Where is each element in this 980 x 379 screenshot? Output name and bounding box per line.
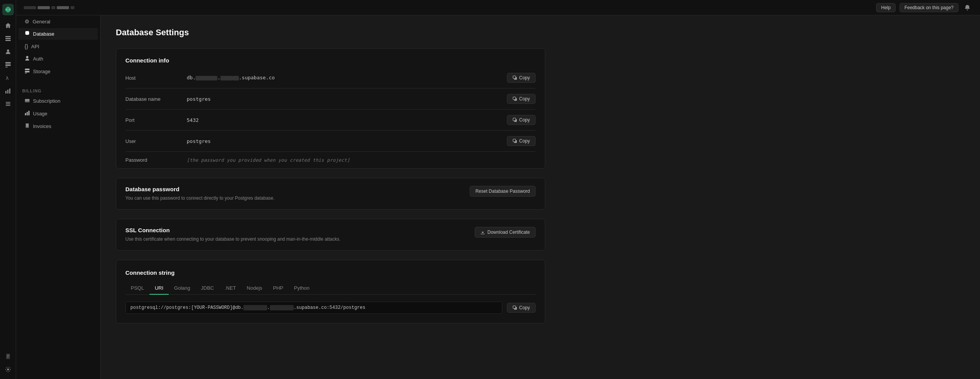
page-title: Database Settings [116, 28, 545, 38]
connection-string-copy-button[interactable]: Copy [507, 303, 536, 313]
db-name-label: Database name [125, 96, 187, 102]
download-certificate-button[interactable]: Download Certificate [475, 227, 536, 238]
svg-rect-0 [5, 36, 11, 37]
download-icon [480, 230, 485, 235]
svg-rect-10 [9, 89, 10, 94]
nav-logs-icon[interactable] [2, 98, 14, 110]
connection-string-row: postgresql://postgres:[YOUR-PASSWORD]@db… [125, 302, 536, 314]
subscription-icon [25, 98, 30, 104]
breadcrumb-dot-5 [71, 6, 74, 9]
copy-icon [513, 75, 517, 80]
port-copy-button[interactable]: Copy [507, 115, 536, 125]
svg-rect-1 [5, 38, 11, 39]
nav-settings-icon[interactable] [2, 364, 14, 375]
svg-rect-15 [7, 356, 9, 356]
svg-rect-21 [25, 73, 27, 74]
svg-rect-27 [26, 125, 28, 125]
tab-jdbc[interactable]: JDBC [196, 282, 219, 295]
password-block-header: Database password You can use this passw… [125, 186, 536, 202]
password-block-info: Database password You can use this passw… [125, 186, 275, 202]
help-button[interactable]: Help [876, 3, 896, 12]
app-logo[interactable] [2, 4, 14, 15]
svg-rect-32 [513, 97, 516, 100]
tab-uri[interactable]: URI [150, 282, 169, 295]
topbar: Help Feedback on this page? [16, 0, 980, 15]
nav-functions-icon[interactable]: λ [2, 72, 14, 84]
password-value: [the password you provided when you crea… [187, 158, 536, 163]
svg-rect-13 [6, 105, 10, 106]
svg-rect-22 [25, 99, 30, 102]
database-icon [25, 31, 30, 37]
svg-rect-36 [513, 139, 516, 142]
ssl-block-desc: Use this certificate when connecting to … [125, 236, 340, 243]
breadcrumb-dot-2 [38, 6, 50, 9]
user-copy-button[interactable]: Copy [507, 136, 536, 146]
password-row: Password [the password you provided when… [125, 152, 536, 168]
svg-rect-16 [7, 357, 8, 358]
sidebar-item-database[interactable]: Database [18, 28, 98, 40]
svg-rect-34 [513, 118, 516, 121]
svg-rect-25 [27, 112, 28, 115]
sidebar-item-api[interactable]: {} API [18, 41, 98, 52]
svg-point-3 [7, 49, 9, 52]
ssl-block-header: SSL Connection Use this certificate when… [125, 227, 536, 243]
svg-rect-4 [5, 62, 11, 64]
api-icon: {} [25, 43, 28, 49]
host-row: Host db.████████.██████.supabase.co Copy [125, 67, 536, 89]
nav-docs-icon[interactable] [2, 351, 14, 362]
copy-icon-db [513, 97, 517, 101]
nav-table-icon[interactable] [2, 33, 14, 44]
billing-section-title: Billing [16, 85, 100, 95]
sidebar: Project Settings ⚙ General Database {} A… [16, 0, 100, 379]
tab-python[interactable]: Python [289, 282, 315, 295]
host-label: Host [125, 75, 187, 81]
nav-auth-icon[interactable] [2, 46, 14, 57]
nav-reports-icon[interactable] [2, 85, 14, 97]
connection-string-tabs: PSQL URI Golang JDBC .NET Nodejs PHP Pyt… [125, 282, 536, 295]
svg-rect-38 [513, 306, 516, 308]
db-name-copy-button[interactable]: Copy [507, 94, 536, 104]
notification-bell-icon[interactable] [962, 3, 972, 13]
nav-home-icon[interactable] [2, 20, 14, 31]
copy-icon-port [513, 118, 517, 122]
sidebar-item-subscription[interactable]: Subscription [18, 95, 98, 107]
main-wrapper: Database Settings Connection info Host d… [100, 15, 980, 379]
password-block-title: Database password [125, 186, 275, 192]
ssl-block-title: SSL Connection [125, 227, 340, 233]
copy-icon-conn [513, 305, 517, 310]
main-content: Database Settings Connection info Host d… [100, 15, 561, 345]
sidebar-item-usage[interactable]: Usage [18, 108, 98, 120]
svg-rect-9 [7, 90, 8, 94]
host-copy-button[interactable]: Copy [507, 73, 536, 83]
connection-info-title: Connection info [125, 57, 536, 64]
feedback-button[interactable]: Feedback on this page? [899, 3, 959, 12]
port-row: Port 5432 Copy [125, 110, 536, 131]
connection-info-header: Connection info [125, 50, 536, 67]
tab-php[interactable]: PHP [268, 282, 289, 295]
connection-info-section: Connection info Host db.████████.██████.… [116, 48, 545, 169]
nav-storage-icon[interactable] [2, 59, 14, 71]
password-block-desc: You can use this password to connect dir… [125, 195, 275, 202]
topbar-right: Help Feedback on this page? [876, 3, 972, 13]
sidebar-item-general[interactable]: ⚙ General [18, 16, 98, 27]
tab-psql[interactable]: PSQL [125, 282, 150, 295]
ssl-block-info: SSL Connection Use this certificate when… [125, 227, 340, 243]
svg-rect-24 [25, 113, 26, 115]
sidebar-item-auth[interactable]: Auth [18, 53, 98, 65]
svg-rect-14 [7, 355, 9, 355]
sidebar-item-storage[interactable]: Storage [18, 66, 98, 77]
user-row: User postgres Copy [125, 131, 536, 152]
connection-string-value: postgresql://postgres:[YOUR-PASSWORD]@db… [125, 302, 502, 314]
port-value: 5432 [187, 117, 507, 123]
svg-rect-28 [26, 126, 28, 126]
tab-dotnet[interactable]: .NET [219, 282, 242, 295]
breadcrumb-dot-3 [51, 6, 55, 9]
tab-golang[interactable]: Golang [169, 282, 196, 295]
reset-password-button[interactable]: Reset Database Password [470, 186, 536, 197]
svg-rect-26 [28, 111, 30, 115]
db-name-value: postgres [187, 96, 507, 102]
tab-nodejs[interactable]: Nodejs [242, 282, 268, 295]
user-value: postgres [187, 138, 507, 144]
general-icon: ⚙ [25, 18, 30, 25]
sidebar-item-invoices[interactable]: Invoices [18, 120, 98, 132]
